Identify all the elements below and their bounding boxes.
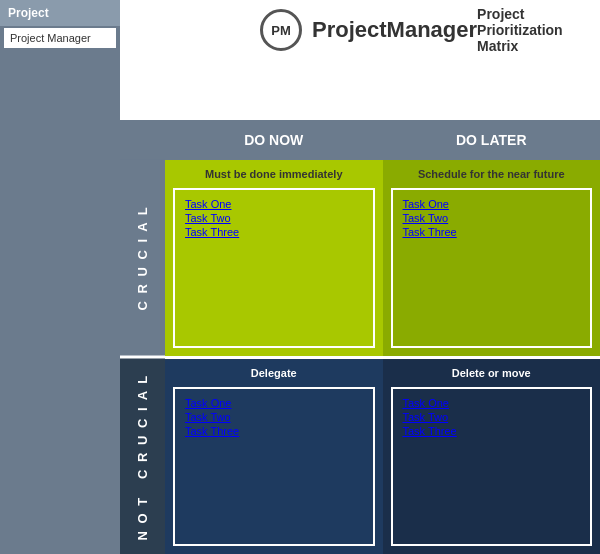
cell-subtitle-do-later-crucial: Schedule for the near future <box>391 168 593 180</box>
matrix-title: Project Prioritization Matrix <box>477 6 580 54</box>
logo-icon: PM <box>260 9 302 51</box>
row-label-crucial: C R U C I A L <box>120 160 165 356</box>
col-header-do-later: DO LATER <box>383 120 601 160</box>
task-link[interactable]: Task Two <box>403 411 581 423</box>
task-box-do-later-crucial: Task One Task Two Task Three <box>391 188 593 348</box>
sidebar: Project Project Manager <box>0 0 120 554</box>
cell-delegate: Delegate Task One Task Two Task Three <box>165 359 383 555</box>
row-label-spacer <box>120 120 165 160</box>
cell-subtitle-delete: Delete or move <box>391 367 593 379</box>
header: PM ProjectManager Project Prioritization… <box>120 0 600 60</box>
cell-do-now-crucial: Must be done immediately Task One Task T… <box>165 160 383 356</box>
cell-do-later-crucial: Schedule for the near future Task One Ta… <box>383 160 601 356</box>
task-link[interactable]: Task Two <box>185 411 363 423</box>
task-link[interactable]: Task Three <box>185 226 363 238</box>
task-link[interactable]: Task Two <box>403 212 581 224</box>
main-content: PM ProjectManager Project Prioritization… <box>120 0 600 554</box>
cell-subtitle-delegate: Delegate <box>173 367 375 379</box>
task-link[interactable]: Task Three <box>403 425 581 437</box>
task-box-delegate: Task One Task Two Task Three <box>173 387 375 547</box>
task-link[interactable]: Task One <box>403 198 581 210</box>
col-headers: DO NOW DO LATER <box>165 120 600 160</box>
task-link[interactable]: Task One <box>185 397 363 409</box>
matrix-rows: Must be done immediately Task One Task T… <box>165 160 600 554</box>
task-link[interactable]: Task One <box>185 198 363 210</box>
matrix-row-not-crucial: Delegate Task One Task Two Task Three De… <box>165 359 600 555</box>
task-box-do-now-crucial: Task One Task Two Task Three <box>173 188 375 348</box>
matrix-grid: DO NOW DO LATER Must be done immediately… <box>165 120 600 554</box>
sidebar-project-manager[interactable]: Project Manager <box>4 28 116 48</box>
app-name: ProjectManager <box>312 17 477 43</box>
sidebar-project-label: Project <box>0 0 120 26</box>
task-link[interactable]: Task Three <box>403 226 581 238</box>
task-box-delete: Task One Task Two Task Three <box>391 387 593 547</box>
col-header-do-now: DO NOW <box>165 120 383 160</box>
matrix-row-crucial: Must be done immediately Task One Task T… <box>165 160 600 356</box>
row-labels: C R U C I A L N O T C R U C I A L <box>120 120 165 554</box>
cell-subtitle-do-now-crucial: Must be done immediately <box>173 168 375 180</box>
task-link[interactable]: Task Three <box>185 425 363 437</box>
row-label-not-crucial: N O T C R U C I A L <box>120 359 165 555</box>
cell-delete-or-move: Delete or move Task One Task Two Task Th… <box>383 359 601 555</box>
task-link[interactable]: Task Two <box>185 212 363 224</box>
matrix-container: C R U C I A L N O T C R U C I A L DO NOW… <box>120 120 600 554</box>
task-link[interactable]: Task One <box>403 397 581 409</box>
logo-area: PM ProjectManager <box>260 9 477 51</box>
